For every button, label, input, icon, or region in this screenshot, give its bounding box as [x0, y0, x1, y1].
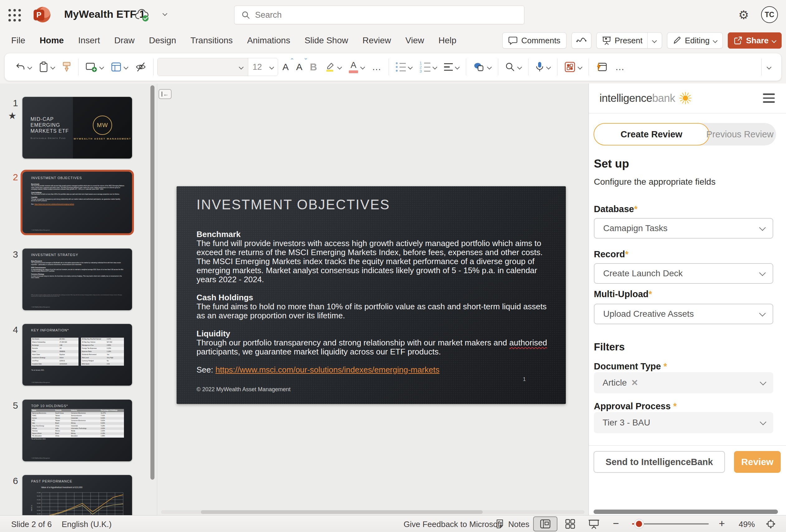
- slide-position-status[interactable]: Slide 2 of 6: [11, 519, 52, 529]
- tab-create-review[interactable]: Create Review: [594, 123, 709, 145]
- panel-horizontal-scrollbar[interactable]: [594, 510, 778, 514]
- settings-gear-icon[interactable]: ⚙: [736, 7, 751, 22]
- slide-body-text[interactable]: Benchmark The fund will provide investor…: [196, 230, 548, 374]
- comments-button[interactable]: Comments: [502, 32, 567, 49]
- zoom-level[interactable]: 49%: [739, 519, 755, 529]
- present-button[interactable]: Present: [596, 32, 662, 49]
- menu-item-insert[interactable]: Insert: [78, 36, 100, 45]
- approval-process-select[interactable]: Tier 3 - BAU: [594, 412, 773, 433]
- slide-thumbnail-1[interactable]: MID-CAP EMERGING MARKETS ETF Sustainable…: [22, 97, 132, 159]
- msci-link[interactable]: https://www.msci.com/our-solutions/index…: [215, 365, 440, 374]
- menu-item-slide-show[interactable]: Slide Show: [305, 36, 348, 45]
- share-button[interactable]: Share: [728, 32, 782, 49]
- bold-button[interactable]: B: [307, 57, 320, 77]
- font-size-select[interactable]: 12: [248, 58, 278, 76]
- highlight-chevron-icon[interactable]: [337, 65, 342, 69]
- app-launcher-waffle-icon[interactable]: [7, 8, 22, 22]
- find-button[interactable]: [502, 57, 525, 77]
- collapse-ribbon-chevron-icon[interactable]: [764, 57, 774, 77]
- search-box[interactable]: [234, 6, 525, 24]
- database-select[interactable]: Camapign Tasks: [594, 218, 773, 238]
- dictate-button[interactable]: [532, 57, 553, 77]
- slide-thumbnail-6[interactable]: PAST PERFORMANCE Value of a Hypothetical…: [22, 475, 132, 515]
- slide-thumbnail-3[interactable]: INVESTMENT STRATEGY Deep Research The ex…: [22, 249, 132, 310]
- menu-item-review[interactable]: Review: [363, 36, 391, 45]
- shapes-chevron-icon[interactable]: [487, 65, 492, 69]
- slideshow-view-button[interactable]: [585, 516, 602, 531]
- more-ribbon-options-button[interactable]: …: [612, 57, 628, 77]
- user-avatar[interactable]: TC: [761, 6, 778, 23]
- normal-view-button[interactable]: [533, 516, 557, 531]
- undo-chevron-icon[interactable]: [27, 65, 32, 69]
- language-status[interactable]: English (U.K.): [62, 519, 112, 529]
- bullets-button[interactable]: [393, 57, 415, 77]
- fit-to-window-icon[interactable]: [765, 518, 776, 529]
- menu-item-help[interactable]: Help: [438, 36, 457, 45]
- zoom-in-button[interactable]: +: [719, 517, 725, 530]
- menu-item-draw[interactable]: Draw: [114, 36, 135, 45]
- designer-button[interactable]: [561, 57, 585, 77]
- present-dropdown-chevron-icon[interactable]: [647, 33, 656, 48]
- shrink-font-button[interactable]: Aˇ: [293, 57, 305, 77]
- record-select[interactable]: Create Launch Deck: [594, 263, 773, 284]
- menu-item-design[interactable]: Design: [149, 36, 176, 45]
- slide-sorter-view-button[interactable]: [562, 516, 578, 531]
- notes-toggle[interactable]: Notes: [508, 519, 529, 529]
- hide-slide-button[interactable]: [132, 57, 149, 77]
- more-font-options-button[interactable]: …: [369, 57, 385, 77]
- align-chevron-icon[interactable]: [455, 65, 460, 69]
- editing-dropdown-chevron-icon[interactable]: [713, 38, 717, 43]
- undo-button[interactable]: [12, 57, 34, 77]
- menu-item-transitions[interactable]: Transitions: [190, 36, 233, 45]
- editing-mode-button[interactable]: Editing: [667, 32, 723, 49]
- search-input[interactable]: [255, 10, 504, 20]
- layout-chevron-icon[interactable]: [124, 65, 129, 69]
- ink-sketch-button[interactable]: [572, 32, 592, 49]
- menu-item-home[interactable]: Home: [40, 36, 64, 45]
- slide-thumbnail-5[interactable]: TOP 10 HOLDINGS* NameDomicileIndustryPer…: [22, 400, 132, 461]
- find-chevron-icon[interactable]: [517, 65, 522, 69]
- layout-button[interactable]: [108, 57, 131, 77]
- paste-button[interactable]: [36, 57, 57, 77]
- collapse-thumbnail-pane-button[interactable]: ←: [159, 89, 171, 99]
- canvas-horizontal-scrollbar[interactable]: [161, 510, 584, 514]
- cloud-saved-icon[interactable]: [135, 9, 151, 22]
- canvas-horizontal-scrollbar-thumb[interactable]: [201, 510, 483, 514]
- chip-remove-close-icon[interactable]: ✕: [631, 378, 639, 388]
- review-button[interactable]: Review: [734, 451, 781, 473]
- main-slide[interactable]: INVESTMENT OBJECTIVES Benchmark The fund…: [177, 186, 566, 404]
- zoom-out-button[interactable]: −: [613, 517, 619, 530]
- share-dropdown-chevron-icon[interactable]: [772, 38, 777, 43]
- tab-previous-review[interactable]: Previous Review: [709, 123, 776, 145]
- shapes-button[interactable]: [470, 57, 494, 77]
- menu-item-file[interactable]: File: [11, 36, 25, 45]
- zoom-slider-thumb[interactable]: [634, 519, 644, 529]
- title-dropdown-chevron-icon[interactable]: [163, 11, 167, 16]
- thumbnail-scrollbar[interactable]: [151, 85, 155, 480]
- font-color-chevron-icon[interactable]: [360, 65, 365, 69]
- new-slide-chevron-icon[interactable]: [99, 65, 104, 69]
- slide-title[interactable]: INVESTMENT OBJECTIVES: [196, 197, 390, 212]
- new-slide-button[interactable]: [82, 57, 107, 77]
- paste-chevron-icon[interactable]: [50, 65, 55, 69]
- add-ins-button[interactable]: [593, 57, 611, 77]
- numbering-button[interactable]: 1 2 3: [416, 57, 440, 77]
- panel-menu-hamburger-icon[interactable]: [763, 93, 775, 103]
- numbering-chevron-icon[interactable]: [433, 65, 438, 69]
- powerpoint-logo-icon[interactable]: P: [35, 7, 50, 22]
- slide-thumbnail-2[interactable]: INVESTMENT OBJECTIVES Benchmark The fund…: [22, 171, 132, 233]
- font-color-button[interactable]: A: [346, 57, 367, 77]
- align-button[interactable]: [441, 57, 462, 77]
- format-painter-button[interactable]: [59, 57, 74, 77]
- multiupload-select[interactable]: Upload Creative Assets: [594, 304, 773, 324]
- font-name-select[interactable]: [158, 58, 248, 76]
- grow-font-button[interactable]: Aˆ: [279, 57, 292, 77]
- menu-item-view[interactable]: View: [406, 36, 424, 45]
- bullets-chevron-icon[interactable]: [408, 65, 413, 69]
- slide-thumbnail-4[interactable]: KEY INFORMATION* Net Assets£5.43bnShares…: [22, 324, 132, 386]
- feedback-link[interactable]: Give Feedback to Microsoft: [403, 519, 502, 529]
- document-title[interactable]: MyWealth ETF 1: [64, 8, 145, 20]
- dictate-chevron-icon[interactable]: [546, 65, 551, 69]
- document-type-select[interactable]: Article ✕: [594, 372, 773, 393]
- notes-icon[interactable]: [496, 519, 504, 529]
